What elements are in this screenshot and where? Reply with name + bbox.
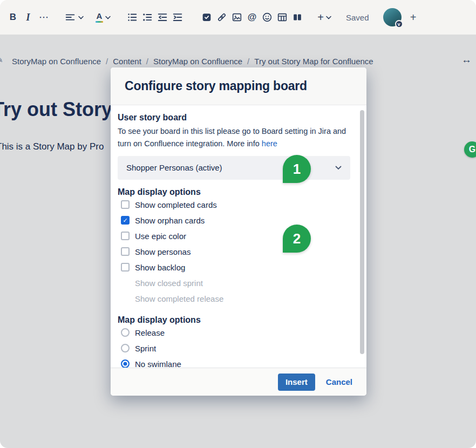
grammarly-icon[interactable]: G [464,141,476,158]
dialog-footer: Insert Cancel [111,368,366,396]
table-button[interactable] [275,9,290,26]
insert-more-button[interactable]: + [317,9,332,26]
checkbox-label: Show orphan cards [135,216,205,225]
checkbox-show-completed-cards[interactable]: ✓ Show completed cards [118,197,350,213]
link-button[interactable] [214,9,229,26]
cancel-button[interactable]: Cancel [326,377,352,386]
image-button[interactable] [229,9,244,26]
layouts-button[interactable] [290,9,305,26]
avatar[interactable]: v [383,8,402,26]
radio-selected-icon [121,359,130,368]
checkbox-label: Show backlog [135,263,185,272]
radio-release[interactable]: Release [118,325,350,341]
annotation-step-1: 1 [283,155,311,183]
numbered-list-button[interactable] [140,9,155,26]
checkbox-label: Use epic color [135,232,186,241]
text-align-button[interactable] [64,9,84,26]
checkbox-icon: ✓ [121,263,130,271]
emoji-icon [261,11,273,23]
board-select[interactable]: Shopper Personas (active) [118,156,350,180]
mention-button[interactable]: @ [244,9,260,26]
bullet-list-button[interactable] [125,9,140,26]
checkbox-label: Show completed cards [135,200,217,209]
chevron-down-icon [105,16,111,19]
radio-label: Sprint [135,344,156,353]
checkbox-icon: ✓ [121,247,130,256]
radio-label: No swimlane [135,359,181,368]
chevron-down-icon [326,16,331,19]
checkbox-checked-icon: ✓ [121,216,130,225]
save-status: Saved [346,13,369,22]
table-icon [276,11,288,23]
more-formatting-button[interactable]: ⋯ [36,9,52,26]
bullet-list-icon [126,11,138,23]
outdent-icon [157,11,168,23]
columns-icon [291,11,303,23]
checkbox-show-personas[interactable]: ✓ Show personas [118,244,350,260]
text-color-icon: A [96,12,103,23]
checkbox-icon: ✓ [121,232,130,240]
plus-icon: + [317,11,324,24]
radio-label: Release [135,328,165,337]
add-people-button[interactable]: + [406,9,421,26]
annotation-step-2: 2 [283,225,311,253]
emoji-button[interactable] [260,9,275,26]
scrollbar-thumb[interactable] [360,110,364,354]
link-icon [216,11,228,23]
radio-icon [121,344,130,352]
editor-toolbar: B I ⋯ A [0,0,476,35]
swimlane-options-heading: Map display options [118,315,350,325]
insert-button[interactable]: Insert [278,374,315,391]
display-options-heading: Map display options [118,187,350,197]
checkbox-label: Show completed release [135,294,223,303]
more-info-link[interactable]: here [262,139,277,148]
italic-button[interactable]: I [21,9,36,26]
board-description-text: To see your board in this list please go… [118,127,346,148]
dialog-title: Configure story mapping board [125,79,307,93]
checkbox-label: Show personas [135,247,191,256]
chevron-down-icon [78,16,84,19]
radio-sprint[interactable]: Sprint [118,341,350,356]
dialog-header: Configure story mapping board [111,67,366,105]
task-checkbox-icon [201,11,213,23]
outdent-button[interactable] [155,9,170,26]
checkbox-show-backlog[interactable]: ✓ Show backlog [118,260,350,275]
app-window: B I ⋯ A [0,0,476,448]
checkbox-show-orphan-cards[interactable]: ✓ Show orphan cards [118,213,350,228]
task-list-button[interactable] [199,9,214,26]
bold-button[interactable]: B [5,9,21,26]
dialog-scrollbar [360,108,364,368]
indent-icon [172,11,183,23]
user-story-board-heading: User story board [118,113,350,123]
checkbox-icon: ✓ [121,200,130,209]
checkbox-use-epic-color[interactable]: ✓ Use epic color [118,228,350,244]
board-description: To see your board in this list please go… [118,125,350,151]
mention-icon: @ [248,12,257,23]
text-color-button[interactable]: A [96,9,111,26]
indent-button[interactable] [170,9,185,26]
dialog-body: User story board To see your board in th… [111,105,366,368]
chevron-down-icon [335,166,342,170]
checkbox-show-completed-release: ✓ Show completed release [118,291,350,307]
avatar-status-badge: v [395,20,403,28]
radio-icon [121,328,130,337]
checkbox-show-closed-sprint: ✓ Show closed sprint [118,275,350,291]
numbered-list-icon [141,11,153,23]
checkbox-label: Show closed sprint [135,279,203,288]
configure-board-dialog: Configure story mapping board User story… [111,67,366,396]
align-left-icon [64,11,76,23]
image-icon [231,11,243,23]
radio-no-swimlane[interactable]: No swimlane [118,356,350,368]
